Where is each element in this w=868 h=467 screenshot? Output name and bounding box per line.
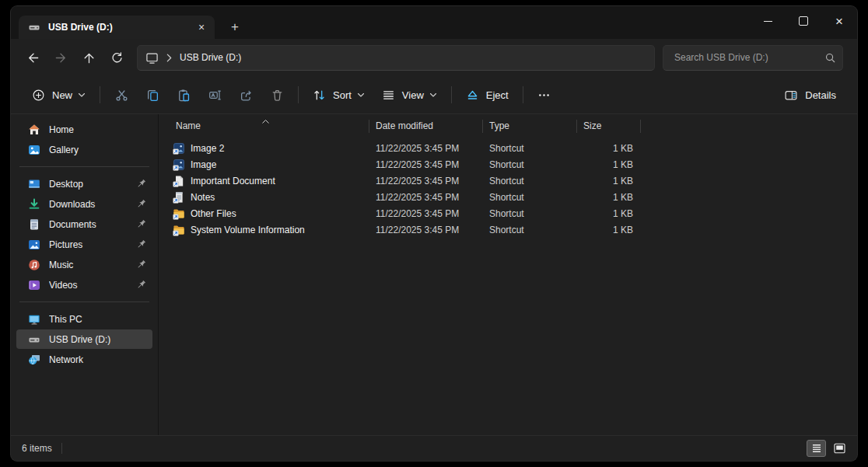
file-row-notes[interactable]: Notes 11/22/2025 3:45 PM Shortcut 1 KB [170, 189, 857, 205]
details-pane-label: Details [805, 89, 836, 101]
usb-drive-icon [28, 333, 40, 346]
maximize-icon [799, 16, 808, 26]
new-tab-button[interactable]: + [226, 16, 244, 39]
breadcrumb-chevron-icon [166, 54, 173, 62]
chevron-down-icon [429, 92, 437, 98]
sidebar-item-music[interactable]: Music [16, 255, 152, 274]
titlebar: USB Drive (D:) × + × [11, 6, 857, 39]
view-icon [382, 89, 395, 102]
column-header-size[interactable]: Size [577, 116, 640, 136]
pin-icon [136, 179, 146, 189]
screen: USB Drive (D:) × + × [0, 0, 868, 467]
view-button[interactable]: View [373, 81, 446, 109]
column-separator[interactable] [640, 120, 641, 133]
image-file-shortcut-icon [173, 159, 185, 171]
sidebar-item-network[interactable]: Network [16, 350, 152, 369]
file-name: Other Files [191, 208, 236, 219]
see-more-button[interactable] [529, 81, 560, 109]
search-box[interactable] [663, 45, 843, 71]
file-row-other-files[interactable]: Other Files 11/22/2025 3:45 PM Shortcut … [170, 205, 857, 221]
sort-icon [313, 89, 326, 102]
file-size: 1 KB [577, 176, 640, 186]
new-button[interactable]: New [23, 81, 94, 109]
sidebar-item-gallery[interactable]: Gallery [16, 140, 152, 159]
refresh-icon [110, 51, 124, 64]
breadcrumb-location[interactable]: USB Drive (D:) [180, 52, 241, 63]
file-size: 1 KB [577, 225, 640, 235]
share-icon [240, 89, 253, 102]
view-button-label: View [402, 89, 424, 101]
this-pc-monitor-icon [145, 51, 159, 64]
gallery-icon [28, 144, 40, 156]
delete-button[interactable] [261, 81, 292, 109]
up-button[interactable] [75, 44, 103, 71]
file-name: Image [191, 159, 216, 170]
column-header-label: Name [176, 120, 201, 131]
file-size: 1 KB [577, 143, 640, 154]
file-row-image[interactable]: Image 11/22/2025 3:45 PM Shortcut 1 KB [170, 156, 857, 173]
back-button[interactable] [19, 44, 47, 71]
file-type: Shortcut [483, 208, 577, 219]
sort-button[interactable]: Sort [304, 81, 373, 109]
minimize-button[interactable] [750, 6, 786, 36]
share-button[interactable] [230, 81, 261, 109]
sidebar-item-label: Pictures [49, 239, 128, 250]
file-row-image-2[interactable]: Image 2 11/22/2025 3:45 PM Shortcut 1 KB [170, 140, 857, 156]
search-input[interactable] [673, 51, 820, 64]
sidebar-item-label: Home [49, 124, 146, 135]
cut-button[interactable] [106, 81, 137, 109]
eject-button-label: Eject [486, 89, 509, 101]
copy-icon [146, 89, 159, 102]
chevron-down-icon [357, 92, 365, 98]
file-size: 1 KB [577, 192, 640, 203]
sidebar-item-documents[interactable]: Documents [16, 214, 152, 234]
eject-button[interactable]: Eject [457, 81, 517, 109]
sidebar-item-this-pc[interactable]: This PC [16, 309, 152, 329]
copy-button[interactable] [137, 81, 168, 109]
forward-button[interactable] [47, 44, 75, 71]
pin-icon [136, 199, 146, 209]
explorer-tab[interactable]: USB Drive (D:) × [19, 16, 215, 39]
close-button[interactable]: × [821, 6, 857, 36]
file-type: Shortcut [483, 159, 577, 170]
file-row-system-volume-information[interactable]: System Volume Information 11/22/2025 3:4… [170, 221, 857, 238]
sidebar-divider [19, 166, 149, 167]
column-header-name[interactable]: Name [170, 116, 369, 136]
downloads-icon [28, 198, 40, 211]
forward-arrow-icon [54, 51, 68, 64]
address-bar[interactable]: USB Drive (D:) [137, 45, 655, 71]
thumbnail-view-toggle[interactable] [830, 440, 849, 457]
image-file-shortcut-icon [173, 142, 185, 155]
sidebar-item-videos[interactable]: Videos [16, 275, 152, 294]
details-pane-icon [784, 89, 798, 102]
new-button-label: New [52, 89, 72, 101]
paste-button[interactable] [168, 81, 199, 109]
videos-icon [28, 279, 40, 291]
navigation-bar: USB Drive (D:) [11, 39, 857, 76]
column-header-type[interactable]: Type [483, 116, 576, 136]
file-date: 11/22/2025 3:45 PM [369, 208, 483, 219]
tab-close-button[interactable]: × [193, 19, 210, 36]
tab-title: USB Drive (D:) [48, 22, 185, 33]
sidebar-item-pictures[interactable]: Pictures [16, 235, 152, 254]
details-pane-button[interactable]: Details [775, 81, 845, 109]
file-row-important-document[interactable]: Important Document 11/22/2025 3:45 PM Sh… [170, 173, 857, 189]
search-icon[interactable] [824, 52, 836, 64]
maximize-button[interactable] [786, 6, 821, 36]
rename-button[interactable] [199, 81, 230, 109]
details-view-toggle[interactable] [807, 440, 826, 457]
column-header-label: Type [489, 120, 509, 131]
sidebar-item-usb-drive[interactable]: USB Drive (D:) [16, 329, 152, 349]
sidebar-item-label: Downloads [49, 199, 128, 210]
sidebar-item-desktop[interactable]: Desktop [16, 174, 152, 193]
file-size: 1 KB [577, 208, 640, 219]
ellipsis-icon [537, 89, 551, 102]
toolbar-divider [523, 86, 523, 103]
refresh-button[interactable] [103, 44, 131, 71]
details-view-icon [811, 443, 822, 454]
command-bar: New Sort View [11, 76, 857, 114]
sidebar-item-downloads[interactable]: Downloads [16, 194, 152, 214]
sidebar-item-label: Network [49, 354, 146, 365]
column-header-date-modified[interactable]: Date modified [369, 116, 482, 136]
sidebar-item-home[interactable]: Home [16, 120, 152, 139]
